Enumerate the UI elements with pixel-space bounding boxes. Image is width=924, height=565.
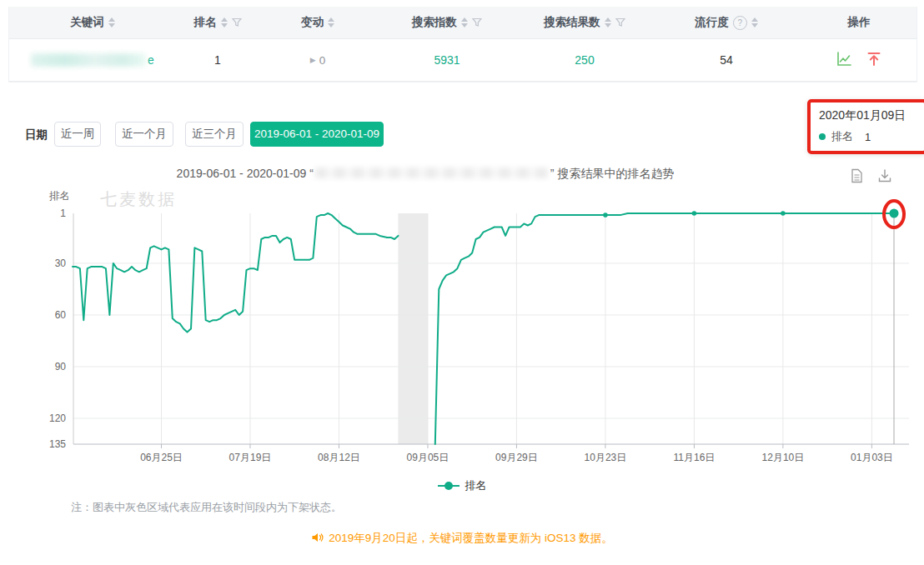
sort-icon[interactable]	[605, 18, 611, 28]
col-label: 关键词	[70, 15, 104, 30]
col-label: 流行度	[695, 15, 729, 30]
keyword-rank-page: 关键词 排名 变动 搜索指数 搜索结	[0, 0, 924, 565]
actions-cell	[801, 51, 916, 70]
ios13-notice: 2019年9月20日起，关键词覆盖数量更新为 iOS13 数据。	[0, 531, 924, 546]
chart-title-suffix: ” 搜索结果中的排名趋势	[550, 167, 675, 180]
preset-last-3-months-button[interactable]: 近三个月	[185, 122, 244, 147]
svg-text:90: 90	[55, 361, 67, 372]
search-results-link[interactable]: 250	[575, 53, 594, 67]
svg-text:11月16日: 11月16日	[674, 452, 716, 463]
rank-value: 1	[214, 53, 221, 67]
preset-last-month-button[interactable]: 近一个月	[115, 122, 173, 147]
svg-text:09月29日: 09月29日	[495, 452, 538, 463]
filter-funnel-icon[interactable]	[232, 18, 242, 28]
svg-text:12月10日: 12月10日	[762, 452, 805, 463]
change-value: 0	[319, 54, 326, 67]
col-header-change: 变动	[259, 15, 376, 30]
help-question-icon[interactable]: ?	[733, 16, 747, 30]
sort-icon[interactable]	[461, 18, 468, 28]
svg-text:07月19日: 07月19日	[229, 452, 272, 463]
to-top-icon[interactable]	[866, 51, 882, 70]
sort-icon[interactable]	[328, 18, 334, 28]
col-header-keyword: 关键词	[9, 15, 176, 30]
filter-funnel-icon[interactable]	[472, 18, 482, 28]
preset-last-week-button[interactable]: 近一周	[54, 122, 101, 147]
change-triangle-icon: ▶	[310, 56, 316, 64]
tooltip-value: 1	[865, 131, 871, 143]
svg-text:06月25日: 06月25日	[140, 452, 183, 463]
chart-canvas[interactable]: 06月25日07月19日08月12日09月05日09月29日10月23日11月1…	[0, 188, 924, 475]
keyword-suffix: e	[148, 53, 154, 67]
filter-funnel-icon[interactable]	[615, 18, 625, 28]
svg-text:排名: 排名	[49, 190, 70, 202]
svg-text:09月05日: 09月05日	[407, 452, 449, 463]
svg-text:01月03日: 01月03日	[851, 452, 893, 463]
col-header-search-index: 搜索指数	[376, 15, 518, 30]
svg-text:30: 30	[55, 258, 67, 269]
date-filter-label: 日期	[25, 128, 48, 142]
table-row: e 1 ▶ 0 5931 250 54	[9, 39, 916, 82]
svg-text:08月12日: 08月12日	[318, 452, 360, 463]
keyword-masked-text	[31, 53, 146, 67]
date-filter-bar: 日期 近一周 近一个月 近三个月 2019-06-01 - 2020-01-09…	[25, 122, 914, 148]
col-label: 变动	[301, 15, 324, 30]
gray-area-note: 注：图表中灰色区域代表应用在该时间段内为下架状态。	[71, 500, 342, 515]
notice-text: 2019年9月20日起，关键词覆盖数量更新为 iOS13 数据。	[329, 531, 613, 546]
tooltip-date: 2020年01月09日	[819, 108, 916, 123]
col-label: 排名	[194, 15, 217, 30]
rank-cell: 1	[176, 53, 259, 67]
col-header-rank: 排名	[176, 15, 259, 30]
data-view-icon[interactable]	[850, 168, 864, 187]
legend-label: 排名	[465, 478, 487, 493]
speaker-icon	[311, 532, 324, 546]
chart-title: 2019-06-01 - 2020-01-09 “” 搜索结果中的排名趋势	[0, 167, 851, 182]
col-header-popularity: 流行度 ?	[651, 15, 801, 30]
search-index-cell: 5931	[376, 53, 518, 67]
search-index-link[interactable]: 5931	[434, 53, 459, 67]
sort-icon[interactable]	[751, 18, 758, 28]
svg-text:135: 135	[49, 438, 66, 450]
svg-text:120: 120	[49, 412, 66, 424]
popularity-cell: 54	[651, 53, 801, 67]
keyword-table: 关键词 排名 变动 搜索指数 搜索结	[8, 7, 917, 82]
watermark: 七麦数据	[100, 188, 177, 211]
chart-legend[interactable]: 排名	[0, 478, 924, 493]
rank-trend-chart[interactable]: 06月25日07月19日08月12日09月05日09月29日10月23日11月1…	[0, 188, 924, 475]
chart-tooltip: 2020年01月09日 排名 1	[807, 99, 924, 154]
sort-icon[interactable]	[221, 18, 228, 28]
keyword-cell[interactable]: e	[9, 53, 176, 67]
search-results-cell: 250	[518, 53, 651, 67]
change-cell: ▶ 0	[259, 54, 376, 67]
chart-title-masked-keyword	[315, 168, 549, 178]
tooltip-series-label: 排名	[831, 129, 853, 144]
series-dot-icon	[819, 133, 826, 140]
svg-text:60: 60	[55, 309, 67, 321]
sort-icon[interactable]	[108, 18, 115, 28]
chart-title-prefix: 2019-06-01 - 2020-01-09 “	[177, 167, 314, 180]
legend-line-marker	[438, 482, 459, 490]
svg-text:1: 1	[60, 208, 66, 219]
download-image-icon[interactable]	[877, 168, 892, 187]
date-range-button-active[interactable]: 2019-06-01 - 2020-01-09	[250, 122, 384, 147]
svg-text:10月23日: 10月23日	[585, 452, 627, 463]
col-label: 操作	[848, 15, 871, 30]
col-label: 搜索指数	[412, 15, 457, 30]
col-label: 搜索结果数	[544, 15, 600, 30]
popularity-value: 54	[720, 53, 733, 67]
col-header-search-results: 搜索结果数	[518, 15, 651, 30]
trend-chart-icon[interactable]	[836, 51, 852, 70]
chart-toolbar	[850, 168, 892, 187]
table-header-row: 关键词 排名 变动 搜索指数 搜索结	[9, 7, 916, 39]
col-header-actions: 操作	[801, 15, 916, 30]
